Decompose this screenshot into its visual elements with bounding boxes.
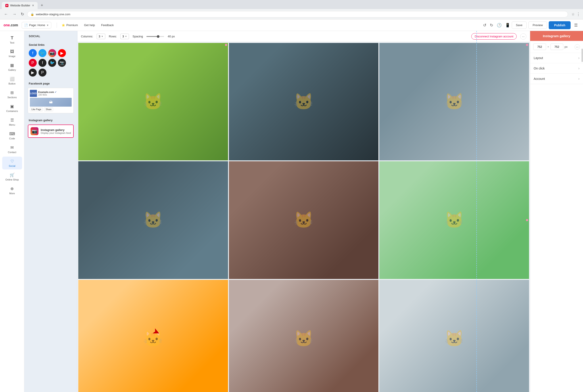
browser-chrome: W Website Builder × + ← → ↻ 🔒 webeditor-… xyxy=(0,0,583,20)
disconnect-instagram-button[interactable]: Disconnect Instagram account xyxy=(471,33,517,40)
page-label: Page: Home xyxy=(29,24,45,27)
sidebar-item-code[interactable]: ⌨ Code xyxy=(2,129,22,142)
back-button[interactable]: ← xyxy=(3,11,9,18)
containers-icon: ▣ xyxy=(10,104,14,109)
sidebar-button-label: Button xyxy=(9,82,16,85)
fb-preview-header: LOGO Example.com ✓ 100 likes xyxy=(30,90,72,97)
instagram-gallery-widget-subtitle: Display your Instagram feed xyxy=(41,132,71,134)
button-icon: ⬜ xyxy=(10,76,14,82)
photo-cell-5: 🐱 xyxy=(229,161,379,279)
panel: SOCIAL Social links f 🐦 📷 ▶ P f 🐦 📷 ▶ P … xyxy=(24,31,77,392)
feedback-button[interactable]: Feedback xyxy=(98,22,117,28)
photo-cell-7: 🐱 xyxy=(78,280,228,392)
right-panel: Instagram gallery × px ··· Layout › On c… xyxy=(530,31,583,392)
rows-value: 3 xyxy=(122,35,124,38)
history-button[interactable]: 🕐 xyxy=(495,21,503,30)
social-icon: ♡ xyxy=(10,159,14,164)
sidebar-item-contact[interactable]: ✉ Contact xyxy=(2,143,22,156)
columns-label: Columns: xyxy=(81,35,93,38)
pink-dot-2 xyxy=(526,44,528,46)
fb-info: Example.com ✓ 100 likes xyxy=(38,91,57,96)
cat-image-6: 🐱 xyxy=(379,161,529,279)
address-bar[interactable]: 🔒 webeditor-staging.one.com xyxy=(27,11,568,18)
settings-button[interactable]: ☰ xyxy=(573,21,580,30)
dimension-unit: px xyxy=(565,45,568,48)
close-tab-button[interactable]: × xyxy=(32,4,34,7)
address-text: webeditor-staging.one.com xyxy=(36,12,70,16)
pink-dot-3 xyxy=(526,219,528,221)
photo-cell-9: 🐱 xyxy=(379,280,529,392)
on-click-property-row[interactable]: On click › xyxy=(530,63,583,74)
account-property-row[interactable]: Account › xyxy=(530,74,583,84)
layout-property-row[interactable]: Layout › xyxy=(530,53,583,63)
sidebar-menu-label: Menu xyxy=(9,124,15,126)
bookmark-icon[interactable]: ☆ xyxy=(572,12,575,16)
cat-image-9: 🐱 xyxy=(379,280,529,392)
mobile-preview-button[interactable]: 📱 xyxy=(503,21,512,30)
facebook-page-preview[interactable]: LOGO Example.com ✓ 100 likes 🏔 Like Page… xyxy=(28,88,74,113)
sidebar-item-button[interactable]: ⬜ Button xyxy=(2,74,22,87)
fb-cover-image: 🏔 xyxy=(30,98,72,107)
fb-share-btn[interactable]: Share xyxy=(44,108,53,111)
pinterest-dark-icon[interactable]: P xyxy=(38,68,46,76)
cat-image-4: 🐱 xyxy=(78,161,228,279)
slider-thumb xyxy=(157,35,159,38)
columns-select[interactable]: 3 ▼ xyxy=(97,34,105,39)
layout-label: Layout xyxy=(534,56,578,60)
dimension-more-button[interactable]: ··· xyxy=(575,44,580,50)
undo-button[interactable]: ↺ xyxy=(481,21,488,30)
new-tab-button[interactable]: + xyxy=(38,2,45,9)
contact-icon: ✉ xyxy=(10,145,14,150)
sidebar-item-online-shop[interactable]: 🛒 Online Shop xyxy=(2,170,22,183)
sidebar-item-image[interactable]: 🖼 Image xyxy=(2,47,22,60)
save-button[interactable]: Save xyxy=(512,22,527,29)
instagram-color-icon[interactable]: 📷 xyxy=(48,49,56,57)
facebook-color-icon[interactable]: f xyxy=(29,49,37,57)
sidebar-item-containers[interactable]: ▣ Containers xyxy=(2,102,22,114)
publish-button[interactable]: Publish xyxy=(549,21,571,29)
youtube-color-icon[interactable]: ▶ xyxy=(58,49,66,57)
rows-dropdown-icon: ▼ xyxy=(125,35,127,38)
more-options-button[interactable]: ··· xyxy=(520,34,526,40)
sidebar-item-gallery[interactable]: ▦ Gallery xyxy=(2,60,22,74)
cat-image-7: 🐱 xyxy=(78,280,228,392)
premium-button[interactable]: ⭐ Premium xyxy=(59,22,81,28)
redo-button[interactable]: ↻ xyxy=(488,21,495,30)
sidebar-item-sections[interactable]: ⊞ Sections xyxy=(2,88,22,101)
instagram-gallery-widget[interactable]: 📷 Instagram gallery Display your Instagr… xyxy=(28,124,74,138)
sidebar-item-text[interactable]: T Text xyxy=(2,33,22,46)
sidebar-online-shop-label: Online Shop xyxy=(5,178,19,181)
main-content: Columns: 3 ▼ Rows: 3 ▼ Spacing 40 px Dis… xyxy=(77,31,530,392)
sidebar-item-more[interactable]: ⊕ More xyxy=(2,184,22,197)
instagram-widget-icon: 📷 xyxy=(30,127,38,135)
sidebar-item-social[interactable]: ♡ Social xyxy=(2,156,22,170)
spacing-slider-container xyxy=(146,36,164,37)
forward-button[interactable]: → xyxy=(11,11,18,18)
on-click-label: On click xyxy=(534,66,578,70)
fb-like-btn[interactable]: Like Page xyxy=(30,108,43,111)
spacing-slider[interactable] xyxy=(146,36,164,37)
photo-cell-6: 🐱 xyxy=(379,161,529,279)
instagram-dark-icon[interactable]: 📷 xyxy=(58,59,66,67)
page-selector[interactable]: 📄 Page: Home ▼ xyxy=(22,22,51,28)
get-help-button[interactable]: Get help xyxy=(81,22,98,28)
menu-icon: ☰ xyxy=(10,118,14,122)
browser-tab-bar: W Website Builder × + xyxy=(0,0,583,9)
pinterest-color-icon[interactable]: P xyxy=(29,59,37,67)
premium-icon: ⭐ xyxy=(62,24,65,27)
sidebar-item-menu[interactable]: ☰ Menu xyxy=(2,116,22,128)
height-input[interactable] xyxy=(551,44,563,50)
facebook-dark-icon[interactable]: f xyxy=(38,59,46,67)
panel-title: SOCIAL xyxy=(24,31,77,40)
twitter-color-icon[interactable]: 🐦 xyxy=(38,49,46,57)
browser-menu-button[interactable]: ⋮ xyxy=(576,12,580,16)
instagram-gallery-widget-title: Instagram gallery xyxy=(41,128,71,132)
refresh-button[interactable]: ↻ xyxy=(19,11,25,18)
width-input[interactable] xyxy=(533,44,546,50)
rows-select[interactable]: 3 ▼ xyxy=(120,34,129,39)
favicon: W xyxy=(5,4,8,7)
preview-button[interactable]: Preview xyxy=(528,22,547,29)
twitter-dark-icon[interactable]: 🐦 xyxy=(48,59,56,67)
browser-tab[interactable]: W Website Builder × xyxy=(2,2,37,9)
youtube-dark-icon[interactable]: ▶ xyxy=(29,68,37,76)
